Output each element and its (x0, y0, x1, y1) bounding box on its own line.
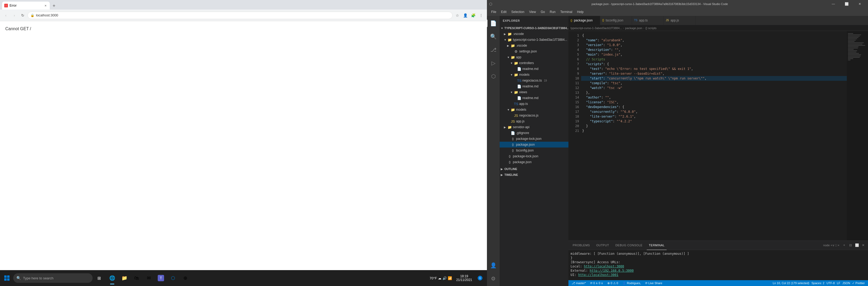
tab-problems[interactable]: PROBLEMS (570, 241, 592, 250)
activity-search[interactable]: 🔍 (487, 30, 500, 43)
status-encoding[interactable]: UTF-8 (826, 280, 836, 286)
tree-app-js[interactable]: JS app.js (500, 118, 568, 124)
taskbar-clock[interactable]: 18:19 21/11/2021 (455, 274, 473, 282)
tree-negociacoes-ts[interactable]: TS negociacos.ts 19 (500, 78, 568, 83)
tree-ts-folder[interactable]: ▼ 📁 typescript-curso-1-3abed3ac1f73884..… (500, 37, 568, 42)
extensions-button[interactable]: 🧩 (469, 12, 477, 19)
tree-pkg-lock[interactable]: {} package-lock.json (500, 136, 568, 142)
menu-help[interactable]: Help (575, 9, 586, 15)
taskbar-app-chrome[interactable]: ⊕ (179, 271, 191, 285)
system-tray[interactable]: 70°F ☁ 🔊 📶 (427, 272, 454, 284)
tree-views[interactable]: ▼ 📁 views (500, 89, 568, 95)
tree-root-pkg-lock[interactable]: {} package-lock.json (500, 153, 568, 159)
reload-button[interactable]: ↻ (19, 12, 27, 19)
tab-close-button[interactable]: ✕ (43, 3, 48, 8)
taskbar-app-vscode[interactable]: ⬡ (167, 271, 179, 285)
status-liveshare[interactable]: ⟳ Live Share (644, 280, 663, 286)
tree-pkg-json[interactable]: {} package.json (500, 142, 568, 147)
activity-debug[interactable]: ▷ (487, 57, 500, 69)
status-language[interactable]: JSON (841, 280, 851, 286)
tree-readme2[interactable]: 📄 readme.md (500, 83, 568, 89)
tree-timeline[interactable]: ▶ TIMELINE (500, 172, 568, 178)
activity-explorer[interactable]: 📄 (487, 17, 500, 30)
menu-selection[interactable]: Selection (509, 9, 526, 15)
start-button[interactable] (1, 272, 13, 284)
tree-root[interactable]: ▼ TYPESCRIPT-CURSO-1-3ABED3ACB1F73884... (500, 25, 568, 31)
menu-view[interactable]: View (527, 9, 538, 15)
status-branch[interactable]: ⎇ master* (570, 280, 587, 286)
address-bar[interactable]: 🔒 localhost:3000 (28, 12, 453, 19)
tab-debug-console[interactable]: DEBUG CONSOLE (613, 241, 644, 250)
maximize-button[interactable]: ⬜ (840, 0, 852, 8)
taskbar-app-store[interactable]: 🛍 (131, 271, 143, 285)
panel-maximize-button[interactable]: ⬜ (854, 242, 860, 248)
taskbar-app-fileexplorer[interactable]: 📁 (119, 271, 130, 285)
taskbar-search[interactable]: 🔍 Type here to search (13, 273, 93, 283)
menu-button[interactable]: ⋮ (477, 12, 485, 19)
tree-negociacoes-js[interactable]: JS negociacos.js (500, 113, 568, 118)
status-sync[interactable]: ⟳ 0 ∧ 0 ∨ (589, 280, 604, 286)
tree-readme1[interactable]: 📄 readme.md (500, 66, 568, 72)
notification-button[interactable]: 6 (474, 272, 486, 284)
panel-split-button[interactable]: ⊟ (848, 242, 853, 248)
status-line-ending[interactable]: LF (836, 280, 841, 286)
tree-arrow: ▼ (510, 62, 513, 65)
browser-tab-active[interactable]: ! Error ✕ (2, 2, 50, 9)
tree-app-ts[interactable]: TS app.ts (500, 101, 568, 107)
tab-app-ts[interactable]: TS app.ts ✕ (632, 16, 664, 25)
taskbar-app-mail[interactable]: ✉ (143, 271, 155, 285)
activity-extensions[interactable]: ⬡ (487, 70, 500, 83)
back-button[interactable]: ‹ (2, 12, 9, 19)
external-url-link[interactable]: http://192.168.0.5:3000 (590, 269, 633, 273)
tab-output[interactable]: OUTPUT (594, 241, 611, 250)
panel-close-button[interactable]: ✕ (861, 242, 866, 248)
tree-item-label: views (519, 90, 527, 94)
close-button[interactable]: ✕ (854, 0, 866, 8)
new-tab-button[interactable]: + (50, 2, 58, 9)
tree-readme3[interactable]: 📄 readme.md (500, 95, 568, 101)
ui-url-link[interactable]: http://localhost:3001 (578, 273, 618, 277)
tree-outline[interactable]: ▶ OUTLINE (500, 166, 568, 172)
taskbar-app-teams[interactable]: T (155, 271, 167, 285)
tab-package-json[interactable]: {} package.json ✕ (568, 16, 600, 25)
minimize-button[interactable]: — (827, 0, 839, 8)
local-url-link[interactable]: http://localhost:3000 (584, 264, 624, 268)
tab-tsconfig[interactable]: {} tsconfig.json ✕ (600, 16, 632, 25)
panel-add-button[interactable]: + (841, 242, 847, 248)
terminal-content[interactable]: middleware: [ [Function (anonymous)], [F… (568, 250, 868, 280)
code-editor[interactable]: { "name": "alurabank", "version": "1.0.0… (581, 31, 847, 240)
menu-run[interactable]: Run (548, 9, 558, 15)
tree-app-folder[interactable]: ▼ 📁 app (500, 54, 568, 60)
status-prettier[interactable]: ✓ Prettier (851, 280, 866, 286)
menu-edit[interactable]: Edit (499, 9, 508, 15)
tree-settings[interactable]: ⚙ settings.json (500, 49, 568, 54)
status-cursor[interactable]: Ln 10, Col 22 (179 selected) (772, 280, 810, 286)
activity-settings[interactable]: ⚙ (487, 272, 500, 285)
tree-controllers[interactable]: ▼ 📁 controllers (500, 60, 568, 66)
profile-button[interactable]: 👤 (462, 12, 469, 19)
tree-gitignore[interactable]: 📄 .gitignore (500, 130, 568, 136)
menu-terminal[interactable]: Terminal (558, 9, 574, 15)
activity-accounts[interactable]: 👤 (487, 259, 500, 272)
task-view-button[interactable]: ⊞ (93, 272, 105, 284)
tree-tsconfig[interactable]: {} tsconfig.json (500, 147, 568, 153)
tree-vscode2[interactable]: ▶ 📁 .vscode (500, 42, 568, 49)
status-errors[interactable]: ⊗ 0 ⚠ 0 (606, 280, 619, 286)
activity-git[interactable]: ⎇ (487, 44, 500, 56)
menu-go[interactable]: Go (538, 9, 547, 15)
taskbar-app-edge[interactable]: 🌐 (106, 271, 118, 285)
tree-servidor-api[interactable]: ▶ 📁 servidor-api (500, 124, 568, 130)
editor-tabs: {} package.json ✕ {} tsconfig.json ✕ TS … (568, 16, 868, 25)
tree-vscode[interactable]: ▶ 📁 .vscode (500, 31, 568, 37)
menu-file[interactable]: File (489, 9, 498, 15)
forward-button[interactable]: › (10, 12, 18, 19)
code-line: "watch": "tsc -w" (581, 86, 847, 90)
tree-models2[interactable]: ▼ 📁 models (500, 107, 568, 113)
tree-root-pkg-json[interactable]: {} package.json (500, 159, 568, 165)
status-spaces[interactable]: Spaces: 2 (810, 280, 826, 286)
status-user[interactable]: 👤 Rodrigues, (621, 280, 642, 286)
tree-models[interactable]: ▼ 📁 models (500, 72, 568, 78)
bookmark-button[interactable]: ☆ (454, 12, 461, 19)
tab-terminal[interactable]: TERMINAL (647, 241, 667, 250)
tab-app-js[interactable]: JS app.js ✕ (664, 16, 695, 25)
